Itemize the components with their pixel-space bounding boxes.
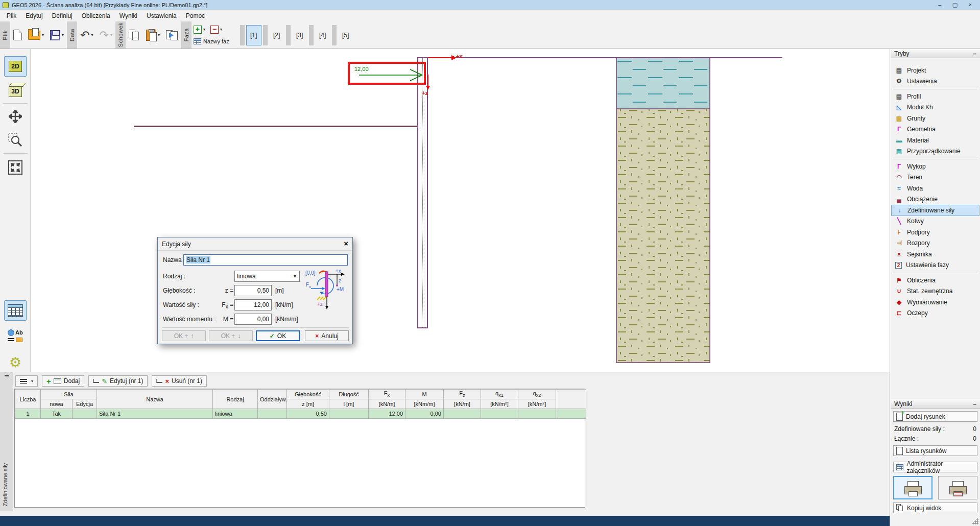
sidebar-item-przyporzadkowanie[interactable]: ▤Przyporządkowanie	[891, 146, 979, 157]
sidebar-item-woda[interactable]: ≈Woda	[891, 183, 979, 194]
fit-view-button[interactable]	[4, 157, 27, 178]
sidebar-item-oczepy[interactable]: ⊏Oczepy	[891, 308, 979, 319]
col-edycja: Edycja	[73, 399, 97, 409]
menu-definiuj[interactable]: Definiuj	[47, 11, 77, 21]
phase-add-button[interactable]: +	[194, 26, 202, 34]
phase-grip	[332, 25, 337, 45]
ok-button[interactable]: ✓OK	[256, 330, 300, 341]
kotwy-icon: ╲	[895, 218, 903, 225]
sidebar-item-wymiarowanie[interactable]: ◆Wymiarowanie	[891, 297, 979, 308]
copy-view-button[interactable]: Kopiuj widok	[893, 503, 977, 513]
dialog-title-bar[interactable]: Edycja siły	[158, 237, 352, 251]
sidebar-item-obliczenia[interactable]: ⚑Obliczenia	[891, 275, 979, 286]
name-input[interactable]: Siła Nr 1	[183, 254, 348, 266]
menu-edytuj[interactable]: Edytuj	[21, 11, 47, 21]
phase-tab-5[interactable]: [5]	[338, 25, 353, 45]
zoom-select-button[interactable]	[4, 130, 27, 150]
cell-rodzaj: liniowa	[213, 409, 258, 419]
modes-minimize-icon[interactable]: –	[973, 50, 976, 57]
depth-input[interactable]: 0,50	[234, 285, 272, 296]
phase-remove-button[interactable]: −	[210, 26, 219, 34]
add-force-button[interactable]: +Dodaj	[42, 375, 84, 387]
sidebar-item-stat-zewnetrzna[interactable]: ∪Stat. zewnętrzna	[891, 286, 979, 297]
resize-grip[interactable]	[972, 518, 978, 524]
cell-nowa: Tak	[41, 409, 73, 419]
view-2d-button[interactable]: 2D	[4, 56, 27, 77]
defined-forces-count-row: Zdefiniowane siły : 0	[894, 425, 976, 433]
save-dropdown-icon[interactable]: ▾	[62, 33, 64, 37]
table-row[interactable]: 1 Tak Siła Nr 1 liniowa 0,50 12,00 0,00	[15, 409, 586, 419]
maximize-button[interactable]: ▢	[947, 0, 963, 10]
sidebar-item-projekt[interactable]: ▤Projekt	[891, 65, 979, 76]
save-button[interactable]: ▾	[48, 23, 66, 46]
ok-up-button[interactable]: OK +↑	[162, 330, 206, 341]
edit-force-button[interactable]: ✎Edytuj (nr 1)	[88, 375, 148, 387]
redo-dropdown-icon[interactable]: ▾	[110, 33, 112, 37]
settings-gear-button[interactable]: ⚙	[4, 351, 27, 374]
attachments-admin-button[interactable]: Administrator załączników	[893, 462, 977, 472]
depth-symbol: z =	[210, 287, 233, 294]
col-sila-group: Siła	[41, 390, 97, 399]
phase-remove-dropdown-icon[interactable]: ▾	[220, 27, 222, 32]
dialog-close-button[interactable]: ×	[344, 240, 348, 248]
undo-button[interactable]: ↶▾	[78, 23, 95, 46]
sidebar-item-obciazenie[interactable]: ▄Obciążenie	[891, 194, 979, 205]
phase-tab-4[interactable]: [4]	[315, 25, 330, 45]
force-input[interactable]: 12,00	[234, 299, 272, 310]
paste-dropdown-icon[interactable]: ▾	[158, 33, 160, 37]
phase-add-dropdown-icon[interactable]: ▾	[203, 27, 205, 32]
sidebar-item-ustawienia[interactable]: ⚙Ustawienia	[891, 76, 979, 87]
open-dropdown-icon[interactable]: ▾	[42, 33, 44, 37]
sidebar-item-kotwy[interactable]: ╲Kotwy	[891, 216, 979, 227]
drawing-settings-button[interactable]: Ab	[4, 326, 27, 347]
sidebar-item-wykop[interactable]: ΓWykop	[891, 161, 979, 172]
new-file-button[interactable]	[11, 23, 24, 46]
menu-ustawienia[interactable]: Ustawienia	[142, 11, 181, 21]
sidebar-item-ustawienia-fazy[interactable]: 2Ustawienia fazy	[891, 260, 979, 271]
phase-tab-2[interactable]: [2]	[269, 25, 284, 45]
sidebar-item-geometria[interactable]: ΓGeometria	[891, 124, 979, 135]
menu-pomoc[interactable]: Pomoc	[181, 11, 209, 21]
menu-obliczenia[interactable]: Obliczenia	[77, 11, 115, 21]
sidebar-item-zdefiniowane-sily[interactable]: ↓Zdefiniowane siły	[891, 205, 979, 216]
menu-wyniki[interactable]: Wyniki	[115, 11, 142, 21]
sidebar-item-rozpory[interactable]: ⊣Rozpory	[891, 238, 979, 249]
phase-names-toggle[interactable]: Nazwy faz	[194, 36, 229, 47]
copy-picture-button[interactable]	[164, 23, 180, 46]
sidebar-item-podpory[interactable]: ⊦Podpory	[891, 227, 979, 238]
ok-down-button[interactable]: OK +↓	[209, 330, 253, 341]
sidebar-item-grunty[interactable]: ▨Grunty	[891, 113, 979, 124]
sidebar-item-sejsmika[interactable]: ×Sejsmika	[891, 249, 979, 260]
open-file-button[interactable]: ▾	[26, 23, 46, 46]
table-menu-button[interactable]: ▾	[15, 375, 38, 387]
phase-tab-3[interactable]: [3]	[292, 25, 307, 45]
type-select[interactable]: liniowa ▼	[234, 271, 300, 282]
add-drawing-button[interactable]: Dodaj rysunek	[893, 411, 977, 422]
sidebar-item-modul-kh[interactable]: ◺Moduł Kh	[891, 102, 979, 113]
print-report-button[interactable]	[938, 476, 977, 499]
print-preview-button[interactable]	[893, 476, 933, 499]
undo-dropdown-icon[interactable]: ▾	[91, 33, 93, 37]
sidebar-item-teren[interactable]: ◠Teren	[891, 172, 979, 183]
menu-plik[interactable]: Plik	[2, 11, 21, 21]
table-view-button[interactable]	[4, 300, 27, 321]
moment-input[interactable]: 0,00	[234, 314, 272, 325]
drawing-list-button[interactable]: Lista rysunków	[893, 445, 977, 456]
redo-button[interactable]: ↷▾	[97, 23, 114, 46]
delete-force-button[interactable]: ×Usuń (nr 1)	[152, 375, 207, 387]
sidebar-item-material[interactable]: ▬Materiał	[891, 135, 979, 146]
minimize-button[interactable]: –	[932, 0, 947, 10]
splitter-handle[interactable]	[5, 375, 9, 376]
phase-tab-1[interactable]: [1]	[246, 25, 261, 45]
results-minimize-icon[interactable]: –	[973, 400, 976, 408]
cancel-button[interactable]: ×Anuluj	[305, 330, 349, 341]
col-dlugosc-unit: l [m]	[329, 399, 369, 409]
paste-button[interactable]: ▾	[144, 23, 162, 46]
view-3d-button[interactable]: 3D	[4, 80, 27, 100]
edit-force-dialog: Edycja siły × Nazwa : Siła Nr 1 Rodzaj :…	[157, 237, 353, 344]
close-button[interactable]: ×	[963, 0, 978, 10]
pan-button[interactable]	[4, 106, 27, 127]
3d-icon: 3D	[9, 86, 22, 97]
copy-button[interactable]	[127, 23, 142, 46]
sidebar-item-profil[interactable]: ▤Profil	[891, 91, 979, 102]
